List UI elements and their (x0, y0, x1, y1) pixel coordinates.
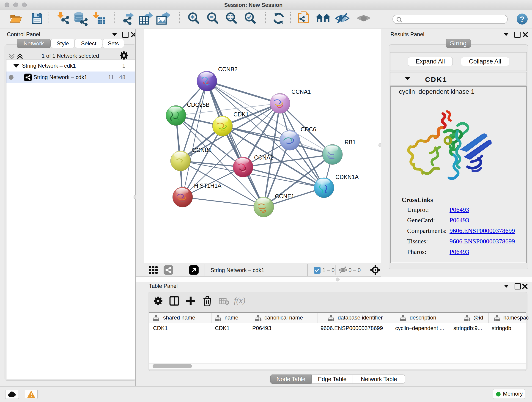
svg-text:CDK1: CDK1 (234, 111, 249, 118)
svg-text:CDC25B: CDC25B (187, 102, 210, 108)
svg-text:CDC6: CDC6 (301, 126, 316, 133)
svg-text:CCNA2: CCNA2 (254, 154, 273, 161)
svg-text:CCNA1: CCNA1 (291, 89, 311, 95)
svg-text:CDKN1A: CDKN1A (336, 174, 359, 180)
svg-text:CCNE1: CCNE1 (275, 193, 294, 199)
svg-text:CCNB1: CCNB1 (192, 147, 212, 153)
svg-text:RB1: RB1 (345, 139, 356, 145)
svg-text:HIST1H1A: HIST1H1A (194, 182, 222, 189)
svg-text:CCNB2: CCNB2 (218, 66, 238, 72)
